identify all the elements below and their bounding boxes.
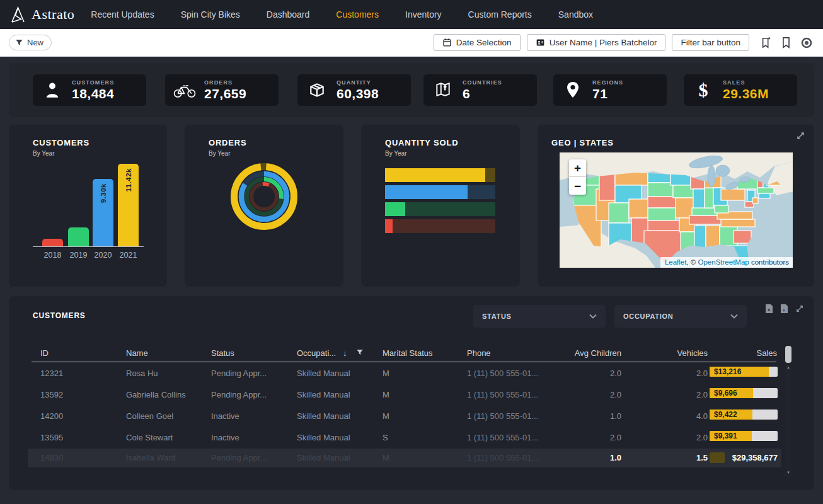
chart-subtitle: By Year	[385, 150, 406, 157]
bookmark-icon[interactable]	[781, 37, 791, 49]
nav-item-customers[interactable]: Customers	[336, 9, 379, 20]
col-header-marital-status[interactable]: Marital Status	[383, 348, 432, 358]
col-header-name[interactable]: Name	[126, 348, 148, 358]
kpi-label: QUANTITY	[337, 79, 379, 86]
customers-table-panel: CUSTOMERS STATUS OCCUPATION x ,	[9, 296, 814, 490]
date-selection-button[interactable]: Date Selection	[434, 34, 521, 51]
cell-occupation: Skilled Manual	[297, 390, 350, 399]
nav-item-inventory[interactable]: Inventory	[405, 9, 442, 20]
brand[interactable]: Astrato	[10, 6, 74, 23]
kpi-value: 60,398	[337, 86, 379, 101]
kpi-sales: $ SALES 29.36M	[684, 74, 797, 106]
sort-descending-icon[interactable]: ↓	[343, 348, 347, 358]
cell-avg-children: 1.0	[558, 411, 621, 421]
bookmark-add-icon[interactable]	[761, 37, 772, 49]
cell-vehicles: 2.0	[657, 433, 708, 442]
user-name-button[interactable]: User Name | Piers Batchelor	[527, 34, 666, 51]
person-icon	[33, 81, 72, 99]
new-filter-pill[interactable]: New	[9, 35, 52, 50]
nav-item-dashboard[interactable]: Dashboard	[267, 9, 310, 20]
x-tick-2020: 2020	[90, 251, 116, 260]
user-name-label: User Name | Piers Batchelor	[550, 38, 657, 47]
table-title: CUSTOMERS	[33, 311, 86, 320]
cell-marital: M	[383, 411, 389, 421]
chevron-down-icon	[589, 314, 597, 319]
scrollbar-up-icon[interactable]: ▲	[785, 365, 791, 369]
nav-item-custom-reports[interactable]: Custom Reports	[468, 9, 532, 20]
filter-bar-button[interactable]: Filter bar button	[672, 34, 749, 51]
bar-2020: 9.30k	[93, 179, 113, 246]
kpi-label: COUNTRIES	[463, 79, 502, 86]
sales-data-bar: $13,216	[710, 367, 778, 377]
table-row[interactable]: 14200 Colleen Goel Inactive Skilled Manu…	[32, 406, 776, 427]
map-icon	[423, 81, 463, 99]
x-axis-line	[33, 246, 144, 247]
bar-2019	[68, 227, 89, 246]
total-sales: $29,358,677	[715, 453, 778, 462]
nav-item-sandbox[interactable]: Sandbox	[558, 9, 593, 20]
table-totals-row: 14830 Isabella Ward Pending Appr... Skil…	[28, 449, 781, 467]
col-header-status[interactable]: Status	[211, 348, 234, 358]
cell-name: Colleen Goel	[126, 411, 173, 421]
cell-id: 13592	[40, 390, 63, 399]
hbar-fill	[385, 202, 405, 216]
col-header-occupation[interactable]: Occupati...	[297, 348, 336, 358]
toolbar-right-group: Date Selection User Name | Piers Batchel…	[434, 34, 813, 51]
orders-by-year-chart-card: ORDERS By Year ◀ 2018 2019 ▶	[185, 125, 343, 287]
ghost-cell-marital: M	[383, 453, 389, 462]
us-states-choropleth	[560, 152, 793, 268]
x-tick-2019: 2019	[66, 251, 91, 260]
eye-icon[interactable]	[800, 37, 813, 49]
nav-item-spin-city-bikes[interactable]: Spin City Bikes	[181, 9, 240, 20]
table-row[interactable]: 13595 Cole Stewart Inactive Skilled Manu…	[32, 427, 776, 449]
export-excel-icon[interactable]: x	[765, 304, 773, 314]
col-header-id[interactable]: ID	[40, 348, 49, 358]
toolbar-icons	[761, 37, 813, 49]
kpi-label: ORDERS	[204, 79, 246, 86]
hbar-2019	[385, 202, 495, 216]
sales-data-bar: $9,696	[710, 388, 778, 398]
openstreetmap-link[interactable]: OpenStreetMap	[698, 258, 749, 266]
cell-name: Rosa Hu	[126, 369, 158, 378]
map-zoom-in-button[interactable]: +	[569, 159, 586, 177]
cell-phone: 1 (11) 500 555-01...	[467, 433, 538, 442]
cell-vehicles: 2.0	[657, 369, 708, 378]
map-zoom-out-button[interactable]: −	[569, 177, 586, 195]
col-header-phone[interactable]: Phone	[467, 348, 491, 358]
table-row[interactable]: 12321 Rosa Hu Pending Appr... Skilled Ma…	[32, 363, 776, 384]
quantity-sold-chart-card: QUANTITY SOLD By Year ◀ 2018 2019 ▶	[361, 125, 520, 287]
dollar-icon: $	[684, 79, 723, 101]
export-csv-icon[interactable]: ,	[780, 304, 788, 314]
scrollbar-down-icon[interactable]: ▼	[785, 471, 791, 474]
scrollbar-thumb[interactable]	[785, 346, 791, 363]
kpi-label: SALES	[723, 79, 769, 86]
kpi-strip: CUSTOMERS 18,484 ORDERS 27,659 QUANTITY …	[9, 63, 814, 117]
cell-avg-children: 2.0	[558, 369, 621, 378]
col-header-sales[interactable]: Sales	[733, 348, 777, 358]
expand-icon[interactable]	[795, 304, 804, 313]
cell-vehicles: 4.0	[657, 411, 708, 421]
col-header-vehicles[interactable]: Vehicles	[657, 348, 708, 358]
cell-id: 12321	[40, 369, 63, 378]
kpi-quantity: QUANTITY 60,398	[297, 74, 411, 106]
cell-status: Inactive	[211, 411, 239, 421]
cell-sales: $9,696	[714, 389, 737, 398]
chart-title: QUANTITY SOLD	[385, 138, 458, 147]
cell-id: 14200	[40, 411, 63, 421]
x-tick-2018: 2018	[40, 251, 66, 260]
table-scrollbar[interactable]: ▲ ▼	[785, 345, 791, 476]
cell-marital: M	[383, 369, 389, 378]
col-header-avg-children[interactable]: Avg Children	[558, 348, 621, 358]
leaflet-map[interactable]: + − Leaflet, © OpenStreetMap contributor…	[560, 152, 793, 268]
table-row[interactable]: 13592 Gabriella Collins Pending Appr... …	[32, 384, 776, 406]
brand-name: Astrato	[32, 6, 74, 23]
leaflet-link[interactable]: Leaflet	[665, 258, 687, 266]
expand-icon[interactable]	[796, 131, 805, 140]
cell-occupation: Skilled Manual	[297, 411, 350, 421]
cell-occupation: Skilled Manual	[297, 369, 350, 378]
column-filter-funnel-icon[interactable]	[356, 348, 364, 356]
occupation-filter-dropdown[interactable]: OCCUPATION	[614, 305, 747, 328]
status-filter-dropdown[interactable]: STATUS	[473, 305, 606, 328]
nav-item-recent-updates[interactable]: Recent Updates	[91, 9, 154, 20]
attribution-separator: , ©	[686, 258, 698, 266]
